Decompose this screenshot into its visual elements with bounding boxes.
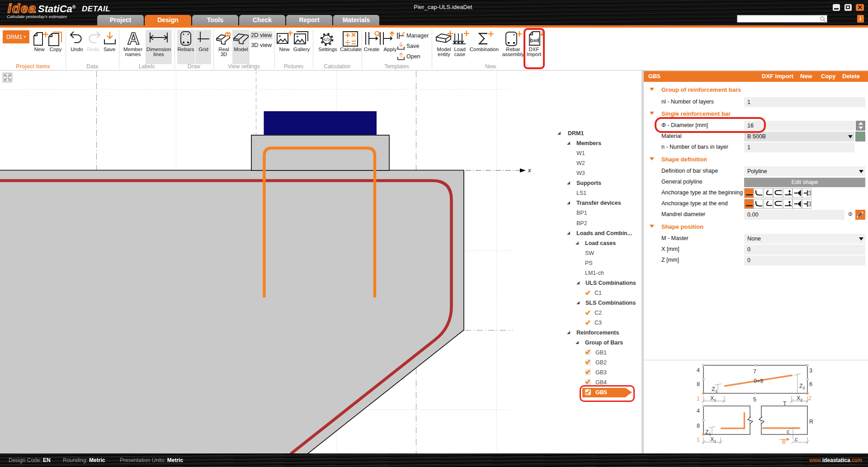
svg-text:6: 6: [809, 381, 812, 387]
svg-text:3: 3: [809, 368, 812, 374]
svg-text:X1: X1: [710, 395, 716, 402]
svg-text:8: 8: [697, 423, 700, 429]
svg-text:Z2: Z2: [799, 383, 805, 390]
svg-text:2: 2: [808, 395, 811, 401]
svg-text:0=9: 0=9: [754, 378, 763, 384]
svg-text:Z1: Z1: [705, 429, 711, 436]
svg-text:4: 4: [697, 408, 700, 414]
svg-text:R: R: [809, 419, 813, 425]
svg-text:Z1: Z1: [712, 386, 717, 393]
svg-text:7: 7: [753, 368, 756, 375]
svg-text:</>: </>: [323, 37, 330, 42]
svg-text:X2: X2: [797, 395, 802, 402]
svg-text:T: T: [783, 401, 787, 407]
svg-text:c: c: [795, 436, 797, 443]
svg-text:B: B: [782, 439, 786, 445]
svg-text:A: A: [127, 31, 140, 46]
svg-text:4: 4: [697, 367, 700, 373]
svg-text:X1: X1: [710, 436, 716, 443]
svg-text:x: x: [528, 167, 531, 174]
svg-text:1: 1: [697, 437, 700, 443]
svg-text:5: 5: [753, 396, 756, 403]
svg-text:c: c: [787, 429, 789, 435]
svg-text:8: 8: [697, 381, 700, 387]
svg-text:1: 1: [697, 396, 700, 402]
